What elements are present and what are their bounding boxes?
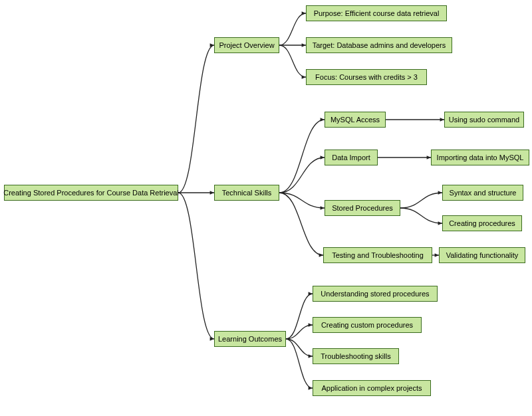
node-mysql-access: MySQL Access [325,112,386,128]
node-label: Creating Stored Procedures for Course Da… [3,189,179,197]
node-data-import: Data Import [325,150,378,165]
node-overview: Project Overview [214,37,279,53]
node-stored-procedures: Stored Procedures [325,200,400,216]
node-label: Technical Skills [222,189,272,197]
node-leaf: Using sudo command [444,112,524,128]
node-label: Using sudo command [449,116,519,124]
node-overview-child: Focus: Courses with credits > 3 [306,69,427,85]
node-label: Importing data into MySQL [437,154,524,162]
node-label: Stored Procedures [332,204,393,213]
node-label: Project Overview [219,41,274,50]
node-label: MySQL Access [331,116,380,124]
node-overview-child: Target: Database admins and developers [306,37,452,53]
node-skills: Technical Skills [214,185,279,201]
node-label: Application in complex projects [321,384,422,393]
node-outcome-child: Understanding stored procedures [313,286,438,302]
node-leaf: Validating functionality [439,247,525,263]
node-leaf: Syntax and structure [442,185,523,201]
node-label: Syntax and structure [450,189,517,197]
node-leaf: Creating procedures [442,215,522,231]
node-outcome-child: Creating custom procedures [313,317,422,333]
node-root: Creating Stored Procedures for Course Da… [4,185,178,201]
node-label: Purpose: Efficient course data retrieval [314,9,440,18]
node-outcomes: Learning Outcomes [214,331,286,347]
node-label: Testing and Troubleshooting [332,251,424,260]
node-label: Focus: Courses with credits > 3 [315,73,418,82]
node-label: Validating functionality [446,251,519,260]
node-outcome-child: Application in complex projects [313,380,431,396]
node-label: Troubleshooting skills [321,352,390,361]
node-label: Learning Outcomes [218,335,282,344]
node-label: Target: Database admins and developers [313,41,446,50]
node-label: Data Import [332,154,370,162]
node-label: Understanding stored procedures [321,290,429,298]
node-label: Creating custom procedures [321,321,413,330]
node-outcome-child: Troubleshooting skills [313,348,399,364]
node-overview-child: Purpose: Efficient course data retrieval [306,5,447,21]
node-leaf: Importing data into MySQL [431,150,529,165]
node-testing: Testing and Troubleshooting [323,247,432,263]
diagram-stage: Creating Stored Procedures for Course Da… [0,0,532,416]
node-label: Creating procedures [449,219,515,228]
edges-layer [0,0,532,416]
